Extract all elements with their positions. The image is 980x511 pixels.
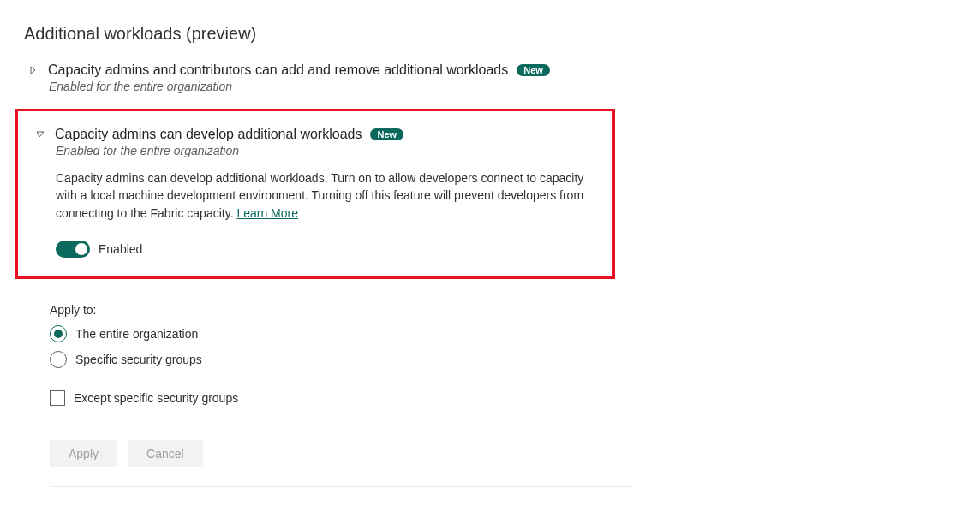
toggle-label: Enabled bbox=[99, 242, 142, 256]
radio-label: Specific security groups bbox=[75, 353, 202, 366]
radio-icon-selected bbox=[50, 325, 67, 342]
setting-description: Capacity admins can develop additional w… bbox=[56, 169, 587, 222]
checkbox-icon bbox=[50, 390, 65, 406]
setting-status: Enabled for the entire organization bbox=[56, 144, 594, 157]
checkbox-label: Except specific security groups bbox=[74, 391, 238, 405]
apply-to-label: Apply to: bbox=[50, 303, 956, 317]
setting-header-row[interactable]: Capacity admins can develop additional w… bbox=[34, 127, 594, 142]
except-checkbox-row[interactable]: Except specific security groups bbox=[50, 390, 956, 406]
divider bbox=[50, 486, 632, 487]
radio-icon-unselected bbox=[50, 351, 67, 368]
caret-down-icon bbox=[34, 128, 46, 140]
new-badge: New bbox=[517, 64, 550, 76]
setting-item-collapsed[interactable]: Capacity admins and contributors can add… bbox=[24, 62, 956, 93]
setting-status: Enabled for the entire organization bbox=[49, 80, 956, 93]
apply-button[interactable]: Apply bbox=[50, 440, 117, 467]
radio-entire-organization[interactable]: The entire organization bbox=[50, 325, 956, 342]
new-badge: New bbox=[370, 128, 403, 140]
learn-more-link[interactable]: Learn More bbox=[236, 206, 298, 220]
caret-right-icon bbox=[27, 64, 39, 76]
setting-title: Capacity admins and contributors can add… bbox=[48, 62, 508, 78]
section-title: Additional workloads (preview) bbox=[24, 24, 956, 44]
setting-title: Capacity admins can develop additional w… bbox=[55, 127, 362, 142]
radio-specific-groups[interactable]: Specific security groups bbox=[50, 351, 956, 368]
apply-to-section: Apply to: The entire organization Specif… bbox=[50, 303, 956, 487]
cancel-button[interactable]: Cancel bbox=[128, 440, 203, 467]
description-text: Capacity admins can develop additional w… bbox=[56, 171, 583, 220]
radio-label: The entire organization bbox=[75, 327, 198, 341]
enabled-toggle[interactable] bbox=[56, 241, 90, 258]
setting-item-expanded: Capacity admins can develop additional w… bbox=[15, 109, 615, 279]
